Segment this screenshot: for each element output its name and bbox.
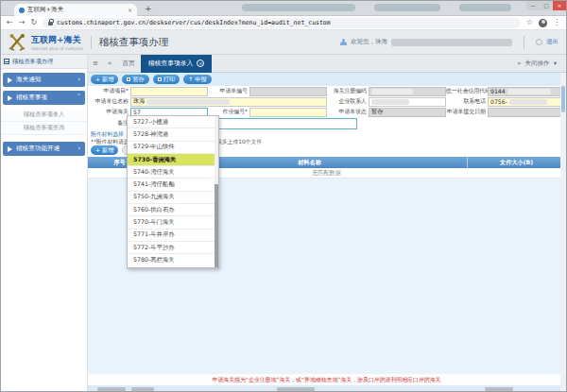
sidebar-subitem-query[interactable]: 稽核查事项查询 [1, 122, 87, 135]
attachment-add-button[interactable]: + 新增 [91, 145, 118, 155]
redacted-area [97, 387, 126, 392]
dropdown-item-label: 5750-九洲海关 [133, 193, 175, 201]
tab-bar-right: » 关闭操作 ▾ [517, 60, 566, 68]
new-tab-button[interactable]: + [145, 4, 152, 13]
browser-window: 互联网+海关 × + — □ × ← → ↻ customs.chinaport… [0, 0, 567, 392]
content-tab-bar: ≡ « 首页 稽核查事项录入 × » 关闭操作 ▾ [88, 55, 566, 73]
dropdown-item[interactable]: 5727-小榄港 [128, 116, 218, 128]
tab-close-icon[interactable]: × [128, 7, 132, 13]
sidebar: 稽核查事项办理 海关通知 ‹ 稽核查事项 ˇ 稽核查事项录入 稽核查事项查询 稽… [1, 55, 88, 391]
profile-icon[interactable] [539, 19, 547, 27]
collapse-tabs-icon[interactable]: « [108, 60, 112, 67]
module-icon [4, 59, 9, 64]
dropdown-item-label: 5730-香洲海关 [133, 156, 176, 164]
close-tab-icon[interactable]: × [197, 60, 204, 67]
sidebar-item-function-open[interactable]: 稽核查功能开通 ‹ [3, 142, 85, 156]
redacted-value [371, 99, 409, 105]
field-label: 企业联系人 [327, 97, 369, 106]
company-name-input[interactable]: 珠海 [130, 97, 327, 107]
sidebar-subitem-label: 稽核查事项录入 [24, 111, 64, 119]
dropdown-item[interactable]: 5760-拱白石办 [128, 204, 218, 216]
dropdown-item-label: 5760-拱白石办 [133, 206, 175, 214]
brand-block: 互联网+海关 internet plus of customs [31, 34, 83, 51]
header-user-area: 欢迎您，珠海 退出 [339, 36, 566, 49]
close-operations-menu[interactable]: 关闭操作 [524, 60, 549, 68]
sidebar-item-audit-matters[interactable]: 稽核查事项 ˇ [3, 91, 85, 105]
dropdown-item-label: 5771-斗井岸办 [133, 230, 175, 239]
browser-tab[interactable]: 互联网+海关 × [14, 4, 137, 16]
scrollbar-thumb[interactable] [561, 86, 565, 112]
dropdown-item[interactable]: 5780-高栏海关 [128, 254, 218, 266]
project-input[interactable] [130, 87, 208, 96]
dropdown-scrollbar[interactable] [215, 116, 218, 267]
hamburger-icon[interactable]: ≡ [93, 60, 98, 67]
redacted-value [146, 99, 230, 105]
add-button[interactable]: + 新增 [91, 75, 118, 84]
expand-tabs-icon[interactable]: » [517, 60, 521, 67]
browser-address-bar: ← → ↻ customs.chinaport.gov.cn/deskserve… [1, 16, 566, 30]
refresh-icon[interactable]: ↻ [30, 19, 37, 26]
content-scrollbar[interactable] [560, 73, 566, 391]
tab-home[interactable]: 首页 [116, 55, 141, 73]
sidebar-subitem-entry[interactable]: 稽核查事项录入 [1, 109, 87, 122]
empty-data-text: 无匹配数据 [312, 169, 341, 178]
page-title: 稽核查事项办理 [99, 36, 169, 49]
save-draft-button[interactable]: 暂存 [122, 75, 148, 84]
site-favicon-icon [19, 8, 25, 13]
sidebar-subitem-label: 稽核查事项查询 [24, 124, 64, 132]
print-button[interactable]: 打印 [153, 75, 180, 84]
back-icon[interactable]: ← [7, 19, 13, 26]
url-text: customs.chinaport.gov.cn/deskserver/cus/… [57, 19, 331, 26]
upload-icon: ↑ [188, 77, 193, 82]
sidebar-item-customs-notice[interactable]: 海关通知 ‹ [3, 73, 85, 87]
declare-button[interactable]: ↑ 申报 [183, 75, 211, 84]
brand-title: 互联网+海关 [31, 34, 83, 46]
field-label: 备注 [89, 119, 130, 128]
print-button-label: 打印 [163, 76, 175, 84]
field-value: 57 [133, 109, 141, 115]
save-button-label: 暂存 [132, 76, 144, 84]
dropdown-item-label: 5772-斗平沙办 [133, 244, 175, 252]
kebab-menu-icon[interactable]: ⋮ [553, 19, 560, 26]
maximize-button[interactable]: □ [540, 1, 553, 10]
dropdown-item[interactable]: 5741-湾仔船舶 [128, 179, 218, 191]
dropdown-item[interactable]: 5750-九洲海关 [128, 192, 218, 204]
close-button[interactable]: × [553, 1, 566, 10]
plus-icon: + [95, 77, 100, 82]
forward-icon[interactable]: → [19, 19, 26, 26]
field-label: 海关注册编码 [327, 87, 369, 95]
contact-input[interactable] [369, 97, 446, 107]
dropdown-item-label: 5729-中山快件 [133, 143, 175, 151]
bookmark-star-icon[interactable]: ☆ [526, 19, 533, 26]
redacted-area [242, 4, 355, 11]
header-divider [91, 36, 92, 49]
chevron-down-icon: ˇ [77, 94, 81, 101]
dropdown-item[interactable]: 5740-湾仔海关 [128, 166, 218, 179]
sidebar-item-label: 稽核查事项 [16, 94, 47, 102]
field-label: 申请单位名称 [89, 97, 130, 106]
add-button-label: 新增 [102, 76, 113, 84]
logout-icon [536, 39, 542, 45]
plus-icon: + [95, 147, 100, 153]
minimize-button[interactable]: — [526, 1, 540, 10]
footnote-text: 申请海关指为“企业注册地”海关，或“异地稽核查地”海关，涉及口岸的请列明相应口岸… [88, 374, 565, 385]
speaker-icon [8, 95, 12, 101]
url-field[interactable]: customs.chinaport.gov.cn/deskserver/cus/… [43, 18, 521, 28]
dropdown-item-label: 5740-湾仔海关 [133, 168, 175, 177]
phone-input[interactable]: 0756- [488, 97, 565, 107]
job-no-input[interactable] [249, 108, 327, 117]
dropdown-item-selected[interactable]: 5730-香洲海关 [128, 154, 218, 166]
dropdown-item[interactable]: 5771-斗井岸办 [128, 230, 218, 242]
redacted-value [507, 89, 551, 94]
brand-subtitle: internet plus of customs [31, 46, 83, 51]
logout-button[interactable]: 退出 [546, 38, 558, 46]
redacted-area [459, 4, 511, 11]
dropdown-scrollbar-thumb[interactable] [215, 184, 218, 267]
dropdown-item[interactable]: 5772-斗平沙办 [128, 242, 218, 254]
sidebar-item-label: 海关通知 [16, 76, 41, 84]
tab-audit-entry-active[interactable]: 稽核查事项录入 × [141, 55, 213, 73]
dropdown-item[interactable]: 5770-斗门海关 [128, 216, 218, 229]
dropdown-item[interactable]: 5729-中山快件 [128, 142, 218, 154]
dropdown-item[interactable]: 5728-神湾港 [128, 128, 218, 141]
sidebar-title-label: 稽核查事项办理 [12, 58, 53, 66]
